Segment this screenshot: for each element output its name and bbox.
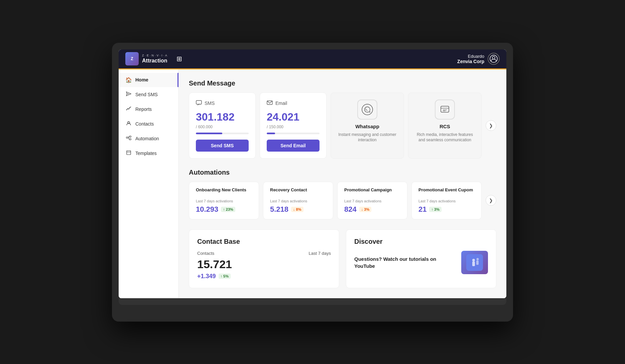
- automation-name-1: Recovery Contact: [270, 187, 326, 192]
- sidebar-item-home[interactable]: 🏠 Home: [119, 73, 178, 87]
- svg-line-8: [128, 137, 129, 138]
- discover-title: Discover: [354, 238, 488, 245]
- automation-icon: [125, 135, 132, 142]
- sidebar-item-send-sms[interactable]: Send SMS: [119, 87, 178, 102]
- automations-title: Automations: [189, 169, 496, 176]
- svg-point-20: [472, 259, 475, 261]
- app-header: Z Z·E·N·V·I·A Attraction ⊞ Eduardo Zenvi…: [119, 49, 506, 69]
- contacts-last7: Last 7 days: [309, 251, 331, 256]
- sidebar: 🏠 Home Send SMS: [119, 69, 179, 298]
- main-content: Send Message SMS: [179, 69, 506, 298]
- grid-icon[interactable]: ⊞: [176, 55, 182, 63]
- automation-card-1: Recovery Contact Last 7 days activations…: [263, 182, 333, 219]
- user-area: Eduardo Zenvia Corp: [457, 53, 500, 65]
- automations-cards: Onboarding New Clients Last 7 days activ…: [189, 182, 496, 219]
- user-avatar[interactable]: [488, 53, 500, 65]
- contacts-delta-pct: ↑ 5%: [219, 274, 231, 279]
- svg-rect-5: [126, 137, 128, 138]
- automation-label-0: Last 7 days activations: [196, 199, 252, 203]
- automation-stats-1: 5.218 ↓ 8%: [270, 205, 326, 214]
- reports-icon: [125, 106, 132, 113]
- svg-rect-7: [129, 139, 131, 140]
- discover-content: Questions? Watch our tutorials on YouTub…: [354, 251, 488, 274]
- logo-text: Z·E·N·V·I·A Attraction: [142, 54, 168, 64]
- whatsapp-title: Whatsapp: [338, 124, 397, 129]
- home-icon: 🏠: [125, 77, 132, 83]
- svg-rect-15: [441, 106, 449, 112]
- automation-card-2: Promotional Campaign Last 7 days activat…: [337, 182, 407, 219]
- automation-stats-3: 21 ↑ 3%: [418, 205, 475, 214]
- sms-progress-fill: [196, 133, 222, 134]
- svg-rect-10: [127, 151, 131, 155]
- templates-icon: [125, 150, 132, 157]
- automation-value-0: 10.293: [196, 205, 218, 214]
- app-body: 🏠 Home Send SMS: [119, 69, 506, 298]
- automation-name-2: Promotional Campaign: [344, 187, 400, 192]
- bottom-sections: Contact Base Contacts Last 7 days 15.721…: [189, 229, 496, 288]
- contacts-value: 15.721: [197, 258, 331, 271]
- email-value: 24.021: [267, 111, 320, 123]
- whatsapp-card: Whatsapp Instant messaging and customer …: [331, 93, 404, 159]
- contacts-delta: +1.349 ↑ 5%: [197, 273, 331, 280]
- automation-name-0: Onboarding New Clients: [196, 187, 252, 192]
- send-message-title: Send Message: [189, 79, 496, 87]
- automations-nav-next[interactable]: ❯: [486, 195, 496, 206]
- contacts-label: Contacts: [197, 251, 214, 256]
- send-message-nav-next[interactable]: ❯: [486, 120, 496, 131]
- rcs-card: RCS Rich media, interactive features and…: [408, 93, 482, 159]
- logo-image: Z: [125, 52, 139, 65]
- sms-card: SMS 301.182 / 600.000 Send SMS: [189, 93, 256, 159]
- svg-rect-12: [196, 101, 202, 104]
- sidebar-item-reports[interactable]: Reports: [119, 102, 178, 117]
- automation-value-3: 21: [418, 205, 426, 214]
- sidebar-item-templates[interactable]: Templates: [119, 146, 178, 161]
- send-email-button[interactable]: Send Email: [267, 140, 320, 152]
- contact-base-title: Contact Base: [197, 238, 331, 245]
- automation-label-1: Last 7 days activations: [270, 199, 326, 203]
- svg-point-1: [492, 56, 495, 59]
- contacts-icon: [125, 121, 132, 127]
- sidebar-item-automation[interactable]: Automation: [119, 131, 178, 146]
- automation-label-2: Last 7 days activations: [344, 199, 400, 203]
- sms-value: 301.182: [196, 111, 249, 123]
- send-sms-button[interactable]: Send SMS: [196, 140, 249, 152]
- svg-rect-23: [476, 260, 479, 265]
- automation-card-0: Onboarding New Clients Last 7 days activ…: [189, 182, 259, 219]
- email-card: Email 24.021 / 150.000 Send Email: [260, 93, 327, 159]
- svg-line-9: [128, 138, 129, 139]
- contacts-header: Contacts Last 7 days: [197, 251, 331, 256]
- svg-rect-21: [472, 261, 475, 266]
- automation-stats-2: 824 ↓ 3%: [344, 205, 400, 214]
- whatsapp-desc: Instant messaging and customer interacti…: [338, 132, 397, 143]
- automation-name-3: Promotional Event Cupom: [418, 187, 475, 192]
- discover-image: [461, 251, 488, 274]
- rcs-desc: Rich media, interactive features and sea…: [415, 132, 475, 143]
- sms-card-header: SMS: [196, 100, 249, 107]
- email-progress-fill: [267, 133, 275, 134]
- email-card-header: Email: [267, 100, 320, 107]
- svg-point-14: [362, 104, 373, 115]
- email-limit: / 150.000: [267, 125, 320, 129]
- send-sms-icon: [125, 91, 132, 98]
- automation-badge-3: ↑ 3%: [429, 207, 441, 212]
- automation-badge-0: ↑ 23%: [221, 207, 235, 212]
- sidebar-item-contacts[interactable]: Contacts: [119, 117, 178, 131]
- contact-base-section: Contact Base Contacts Last 7 days 15.721…: [189, 229, 339, 288]
- svg-point-22: [477, 258, 479, 260]
- rcs-title: RCS: [415, 124, 475, 129]
- automation-card-3: Promotional Event Cupom Last 7 days acti…: [411, 182, 482, 219]
- whatsapp-icon-large: [357, 100, 377, 120]
- sms-icon: [196, 100, 202, 107]
- automation-value-2: 824: [344, 205, 357, 214]
- rcs-icon-large: [435, 100, 455, 120]
- automation-badge-2: ↓ 3%: [359, 207, 371, 212]
- svg-rect-6: [129, 136, 131, 137]
- send-message-cards: SMS 301.182 / 600.000 Send SMS: [189, 93, 496, 159]
- email-progress: [267, 133, 320, 134]
- automation-badge-1: ↓ 8%: [291, 207, 303, 212]
- automation-value-1: 5.218: [270, 205, 288, 214]
- sms-progress: [196, 133, 249, 134]
- contacts-delta-val: +1.349: [197, 273, 216, 280]
- user-name: Eduardo Zenvia Corp: [457, 54, 484, 64]
- automation-label-3: Last 7 days activations: [418, 199, 475, 203]
